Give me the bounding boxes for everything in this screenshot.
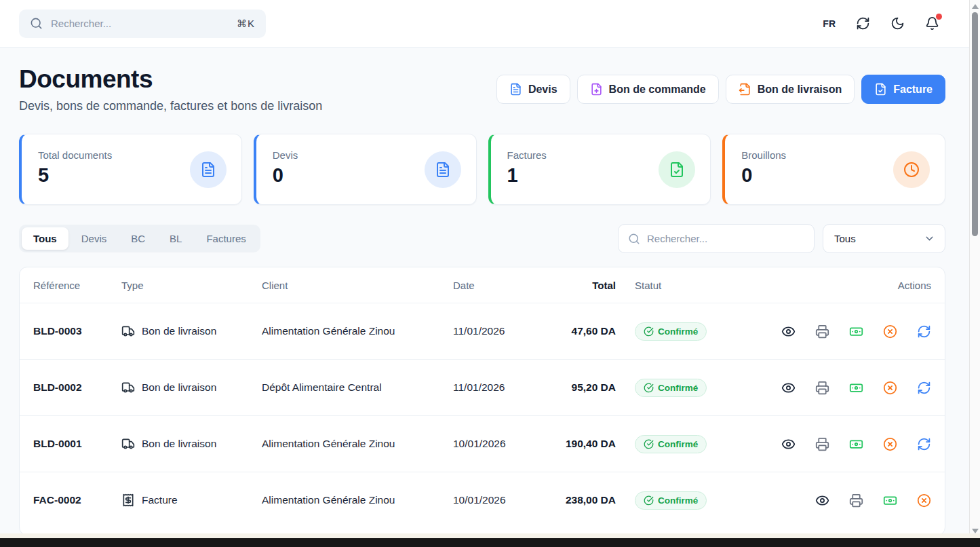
status-badge-label: Confirmé	[658, 326, 698, 337]
col-reference: Référence	[33, 280, 121, 291]
convert-refresh-icon[interactable]	[917, 437, 931, 451]
devis-button[interactable]: Devis	[496, 75, 570, 104]
col-statut: Statut	[616, 280, 765, 291]
document-type-tabs: Tous Devis BC BL Factures	[19, 225, 260, 252]
stat-card-total-documents: Total documents 5	[19, 134, 242, 205]
global-search[interactable]: ⌘K	[19, 10, 266, 38]
scrollbar[interactable]	[969, 0, 980, 537]
table-row: BLD-0003 Bon de livraison Alimentation G…	[20, 303, 945, 359]
notification-dot	[936, 14, 942, 20]
file-check-icon	[659, 151, 695, 188]
stat-cards: Total documents 5 Devis 0 Factures 1 Bro…	[19, 134, 945, 205]
status-badge: Confirmé	[635, 379, 707, 397]
tab-bc[interactable]: BC	[119, 227, 157, 250]
client-name: Alimentation Générale Zinou	[262, 438, 453, 450]
tab-bl[interactable]: BL	[158, 227, 193, 250]
stat-card-devis: Devis 0	[254, 134, 477, 205]
page-content: Documents Devis, bons de commande, factu…	[0, 48, 980, 535]
filter-row: Tous Devis BC BL Factures Tous	[19, 224, 945, 253]
payment-banknote-icon[interactable]	[849, 437, 863, 451]
payment-banknote-icon[interactable]	[849, 324, 863, 339]
status-filter-select[interactable]: Tous	[823, 224, 945, 253]
convert-refresh-icon[interactable]	[917, 381, 931, 395]
table-search-input[interactable]	[647, 233, 804, 244]
page-title: Documents	[19, 65, 322, 94]
tab-factures[interactable]: Factures	[195, 227, 257, 250]
bon-de-commande-button[interactable]: Bon de commande	[577, 75, 719, 104]
circle-check-icon	[644, 326, 654, 337]
convert-refresh-icon[interactable]	[917, 324, 931, 339]
table-search[interactable]	[618, 224, 815, 253]
tab-tous[interactable]: Tous	[22, 227, 68, 250]
status-badge: Confirmé	[635, 491, 707, 510]
file-output-icon	[739, 83, 751, 96]
document-total: 238,00 DA	[531, 494, 616, 506]
page-header: Documents Devis, bons de commande, factu…	[19, 65, 945, 113]
bon-de-livraison-button[interactable]: Bon de livraison	[726, 75, 855, 104]
global-search-input[interactable]	[51, 18, 229, 29]
document-reference: BLD-0002	[33, 381, 121, 394]
circle-check-icon	[644, 383, 654, 393]
truck-icon	[121, 437, 135, 451]
refresh-icon[interactable]	[856, 16, 870, 31]
shortcut-hint: ⌘K	[237, 18, 255, 30]
view-eye-icon[interactable]	[815, 493, 829, 508]
circle-check-icon	[644, 495, 654, 506]
print-printer-icon[interactable]	[815, 324, 829, 339]
header-actions: Devis Bon de commande Bon de livraison F…	[496, 75, 945, 104]
scrollbar-thumb[interactable]	[972, 12, 978, 236]
view-eye-icon[interactable]	[781, 437, 796, 451]
view-eye-icon[interactable]	[781, 381, 796, 395]
col-client: Client	[262, 280, 453, 291]
topbar-right: FR	[823, 16, 939, 31]
view-eye-icon[interactable]	[781, 324, 796, 339]
scrollbar-up-arrow-icon[interactable]	[972, 4, 979, 9]
document-reference: BLD-0003	[33, 325, 121, 337]
table-header-row: Référence Type Client Date Total Statut …	[20, 267, 945, 303]
file-text-icon	[509, 83, 522, 96]
topbar: ⌘K FR	[0, 0, 980, 48]
status-badge-label: Confirmé	[658, 383, 698, 393]
print-printer-icon[interactable]	[815, 381, 829, 395]
document-date: 10/01/2026	[453, 438, 531, 450]
col-type: Type	[121, 280, 262, 291]
cancel-circle-x-icon[interactable]	[917, 493, 931, 508]
bottom-strip	[0, 533, 980, 538]
bon-de-livraison-button-label: Bon de livraison	[758, 83, 842, 96]
document-type-label: Bon de livraison	[142, 381, 216, 394]
scrollbar-down-arrow-icon[interactable]	[972, 529, 979, 533]
devis-button-label: Devis	[528, 83, 557, 96]
stat-card-brouillons: Brouillons 0	[722, 134, 945, 205]
document-date: 11/01/2026	[453, 381, 531, 394]
payment-banknote-icon[interactable]	[849, 381, 863, 395]
status-badge: Confirmé	[635, 435, 707, 453]
status-filter-value: Tous	[834, 233, 856, 244]
language-switcher[interactable]: FR	[823, 18, 836, 29]
document-date: 10/01/2026	[453, 494, 531, 506]
dark-mode-toggle-moon-icon[interactable]	[890, 16, 905, 31]
clock-icon	[893, 151, 930, 188]
cancel-circle-x-icon[interactable]	[883, 437, 897, 451]
status-badge: Confirmé	[635, 322, 707, 341]
page-subtitle: Devis, bons de commande, factures et bon…	[19, 99, 322, 113]
facture-button[interactable]: Facture	[861, 75, 945, 104]
document-date: 11/01/2026	[453, 325, 531, 337]
document-type-label: Bon de livraison	[142, 438, 216, 450]
client-name: Alimentation Générale Zinou	[262, 494, 453, 506]
client-name: Alimentation Générale Zinou	[262, 325, 453, 337]
tab-devis[interactable]: Devis	[70, 227, 119, 250]
document-total: 47,60 DA	[531, 325, 616, 337]
cancel-circle-x-icon[interactable]	[883, 324, 897, 339]
client-name: Dépôt Alimentaire Central	[262, 381, 453, 394]
page-title-block: Documents Devis, bons de commande, factu…	[19, 65, 322, 113]
stat-card-factures: Factures 1	[488, 134, 711, 205]
col-actions: Actions	[765, 280, 931, 291]
file-text-icon	[425, 151, 461, 188]
cancel-circle-x-icon[interactable]	[883, 381, 897, 395]
print-printer-icon[interactable]	[849, 493, 863, 508]
file-plus-icon	[590, 83, 603, 96]
print-printer-icon[interactable]	[815, 437, 829, 451]
notifications-bell-icon[interactable]	[925, 16, 939, 31]
file-text-icon	[190, 151, 227, 188]
payment-banknote-icon[interactable]	[883, 493, 897, 508]
